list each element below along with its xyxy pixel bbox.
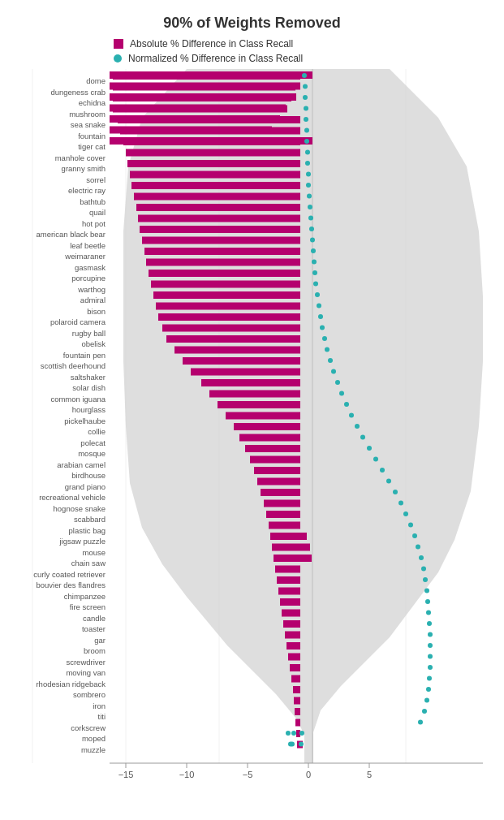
svg-rect-104 bbox=[209, 391, 300, 398]
svg-rect-137 bbox=[300, 533, 307, 540]
svg-point-153 bbox=[308, 205, 312, 209]
svg-point-174 bbox=[360, 435, 365, 440]
svg-point-190 bbox=[426, 611, 431, 615]
svg-rect-122 bbox=[278, 588, 300, 595]
svg-text:moving van: moving van bbox=[66, 668, 106, 677]
svg-rect-89 bbox=[140, 226, 300, 233]
chart-svg: dome dungeness crab echidna mushroom sea… bbox=[0, 69, 504, 816]
svg-rect-99 bbox=[166, 335, 300, 343]
svg-text:pickelhaube: pickelhaube bbox=[64, 416, 106, 425]
svg-point-147 bbox=[304, 139, 309, 144]
svg-rect-114 bbox=[264, 500, 300, 507]
svg-text:gar: gar bbox=[94, 636, 106, 645]
svg-point-172 bbox=[349, 413, 354, 418]
svg-rect-78 bbox=[113, 106, 287, 113]
svg-text:mushroom: mushroom bbox=[69, 110, 106, 119]
svg-rect-131 bbox=[293, 686, 300, 693]
svg-point-194 bbox=[428, 654, 433, 659]
svg-rect-87 bbox=[136, 204, 300, 211]
svg-point-200 bbox=[418, 720, 423, 725]
svg-text:leaf beetle: leaf beetle bbox=[70, 241, 106, 250]
svg-text:chimpanzee: chimpanzee bbox=[64, 592, 106, 601]
svg-point-143 bbox=[303, 95, 308, 100]
svg-rect-128 bbox=[288, 654, 300, 661]
svg-rect-79 bbox=[118, 116, 300, 123]
legend-item-normalized: Normalized % Difference in Class Recall bbox=[114, 53, 303, 64]
svg-text:sea snake: sea snake bbox=[71, 120, 106, 129]
svg-rect-98 bbox=[162, 325, 300, 332]
svg-text:collie: collie bbox=[88, 427, 106, 436]
svg-text:chain saw: chain saw bbox=[71, 559, 106, 568]
teal-dots-bottom bbox=[286, 731, 296, 747]
svg-rect-91 bbox=[144, 248, 300, 255]
svg-point-155 bbox=[309, 227, 314, 231]
x-tick-minus5: −5 bbox=[243, 770, 253, 779]
svg-rect-93 bbox=[149, 270, 300, 277]
svg-point-192 bbox=[428, 632, 433, 637]
svg-rect-112 bbox=[257, 478, 300, 486]
svg-point-177 bbox=[380, 468, 385, 473]
svg-rect-75 bbox=[113, 72, 300, 80]
svg-point-163 bbox=[318, 314, 323, 319]
svg-rect-107 bbox=[234, 423, 300, 430]
svg-text:plastic bag: plastic bag bbox=[69, 526, 106, 535]
svg-rect-83 bbox=[127, 160, 300, 167]
svg-rect-77 bbox=[113, 94, 291, 101]
svg-text:electric ray: electric ray bbox=[68, 186, 106, 195]
svg-point-146 bbox=[304, 128, 309, 133]
svg-rect-119 bbox=[274, 555, 300, 562]
svg-point-195 bbox=[428, 665, 433, 670]
svg-text:fountain: fountain bbox=[78, 132, 106, 140]
svg-text:porcupine: porcupine bbox=[71, 274, 106, 283]
svg-text:hourglass: hourglass bbox=[72, 405, 106, 414]
svg-text:muzzle: muzzle bbox=[81, 745, 106, 754]
svg-text:weimaraner: weimaraner bbox=[64, 252, 106, 261]
svg-text:solar dish: solar dish bbox=[72, 383, 106, 392]
svg-rect-80 bbox=[120, 127, 300, 135]
svg-rect-120 bbox=[275, 566, 300, 573]
svg-point-178 bbox=[386, 479, 391, 484]
svg-text:bison: bison bbox=[87, 307, 106, 316]
svg-rect-125 bbox=[283, 620, 300, 628]
svg-text:fountain pen: fountain pen bbox=[63, 351, 106, 360]
svg-rect-134 bbox=[295, 719, 300, 727]
svg-point-176 bbox=[373, 457, 378, 462]
svg-text:corkscrew: corkscrew bbox=[71, 723, 106, 732]
svg-point-193 bbox=[428, 643, 433, 648]
svg-rect-101 bbox=[183, 357, 300, 365]
svg-point-141 bbox=[302, 73, 307, 78]
svg-rect-132 bbox=[294, 697, 300, 705]
svg-rect-126 bbox=[285, 632, 300, 639]
svg-text:mouse: mouse bbox=[82, 548, 106, 557]
svg-point-158 bbox=[312, 260, 317, 265]
svg-rect-139 bbox=[300, 555, 312, 562]
svg-rect-88 bbox=[138, 215, 300, 222]
svg-point-189 bbox=[425, 599, 430, 604]
svg-point-166 bbox=[325, 347, 330, 352]
svg-point-149 bbox=[305, 161, 310, 166]
svg-point-145 bbox=[304, 117, 308, 122]
svg-rect-100 bbox=[174, 347, 300, 354]
svg-point-184 bbox=[416, 545, 420, 550]
svg-text:iron: iron bbox=[93, 701, 106, 710]
svg-text:hognose snake: hognose snake bbox=[54, 504, 106, 513]
svg-rect-86 bbox=[134, 193, 300, 201]
svg-point-148 bbox=[305, 150, 310, 155]
svg-rect-97 bbox=[158, 313, 300, 321]
svg-text:fire screen: fire screen bbox=[70, 602, 106, 611]
svg-text:titi: titi bbox=[98, 712, 106, 721]
svg-point-204 bbox=[286, 731, 291, 736]
svg-text:manhole cover: manhole cover bbox=[55, 153, 106, 162]
svg-text:polaroid camera: polaroid camera bbox=[50, 317, 106, 326]
svg-text:jigsaw puzzle: jigsaw puzzle bbox=[59, 537, 106, 546]
svg-point-169 bbox=[335, 380, 340, 385]
svg-rect-129 bbox=[290, 664, 300, 671]
svg-rect-106 bbox=[226, 412, 300, 420]
svg-point-202 bbox=[299, 742, 304, 747]
svg-text:birdhouse: birdhouse bbox=[71, 471, 106, 480]
svg-point-165 bbox=[322, 336, 327, 341]
svg-text:polecat: polecat bbox=[80, 438, 106, 447]
svg-point-185 bbox=[419, 555, 424, 560]
svg-point-159 bbox=[312, 270, 317, 275]
svg-text:broom: broom bbox=[84, 646, 106, 655]
